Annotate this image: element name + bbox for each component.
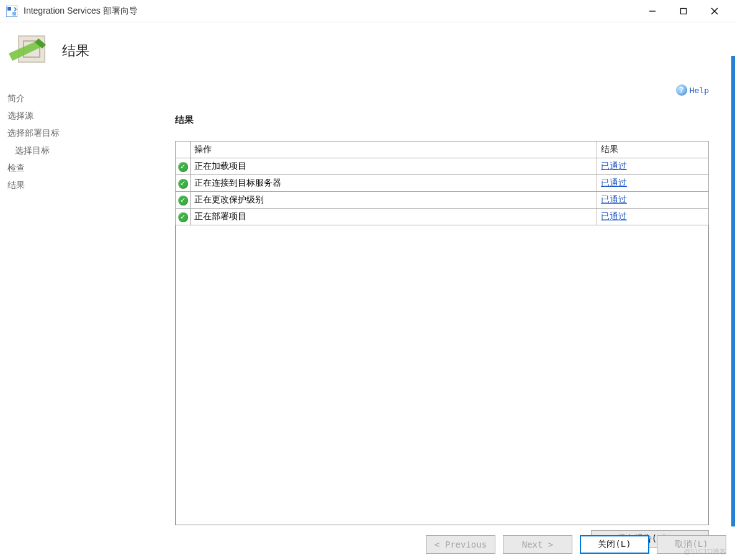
action-cell: 正在连接到目标服务器	[191, 175, 597, 192]
column-header-action: 操作	[191, 142, 597, 158]
next-button: Next >	[503, 535, 572, 554]
column-header-status	[176, 142, 191, 158]
wizard-header: 结果	[0, 22, 735, 84]
action-cell: 正在加载项目	[191, 158, 597, 175]
wizard-header-icon	[9, 32, 51, 70]
help-icon: ?	[676, 84, 687, 96]
wizard-sidebar: 简介 选择源 选择部署目标 选择目标 检查 结果	[0, 84, 161, 525]
svg-rect-1	[7, 7, 11, 11]
success-icon: ✓	[178, 212, 188, 222]
minimize-button[interactable]	[637, 1, 668, 21]
table-row: ✓ 正在更改保护级别 已通过	[176, 192, 709, 209]
nav-results[interactable]: 结果	[7, 176, 156, 194]
help-link[interactable]: ? Help	[676, 84, 709, 96]
result-link[interactable]: 已通过	[601, 211, 627, 221]
table-row: ✓ 正在部署项目 已通过	[176, 209, 709, 225]
success-icon: ✓	[178, 196, 188, 205]
nav-review[interactable]: 检查	[7, 159, 156, 176]
cancel-button: 取消(L)	[657, 535, 726, 554]
wizard-content: ? Help 结果 操作 结果 ✓ 正在加载项目 已通过 ✓	[161, 84, 735, 525]
maximize-button[interactable]	[668, 1, 699, 21]
content-heading: 结果	[175, 114, 709, 126]
close-window-button[interactable]	[699, 1, 730, 21]
result-link[interactable]: 已通过	[601, 161, 627, 171]
wizard-header-title: 结果	[62, 42, 89, 60]
nav-select-source[interactable]: 选择源	[7, 107, 156, 124]
results-empty-area	[175, 225, 709, 525]
window-right-edge	[731, 56, 735, 526]
result-link[interactable]: 已通过	[601, 194, 627, 204]
close-button[interactable]: 关闭(L)	[580, 535, 649, 554]
nav-intro[interactable]: 简介	[7, 89, 156, 107]
success-icon: ✓	[178, 162, 188, 172]
nav-select-target[interactable]: 选择目标	[7, 142, 156, 159]
nav-select-deploy-target[interactable]: 选择部署目标	[7, 124, 156, 142]
result-link[interactable]: 已通过	[601, 178, 627, 187]
previous-button: < Previous	[426, 535, 495, 554]
table-row: ✓ 正在加载项目 已通过	[176, 158, 709, 175]
window-title: Integration Services 部署向导	[24, 6, 637, 17]
success-icon: ✓	[178, 179, 188, 189]
wizard-footer: < Previous Next > 关闭(L) 取消(L)	[426, 535, 726, 554]
titlebar: Integration Services 部署向导	[0, 0, 735, 22]
column-header-result: 结果	[597, 142, 709, 158]
table-header-row: 操作 结果	[176, 142, 709, 158]
action-cell: 正在更改保护级别	[191, 192, 597, 209]
app-icon	[6, 6, 17, 17]
window-controls	[637, 1, 730, 21]
wizard-body: 简介 选择源 选择部署目标 选择目标 检查 结果 ? Help 结果 操作 结果…	[0, 84, 735, 525]
svg-rect-4	[681, 8, 687, 14]
table-row: ✓ 正在连接到目标服务器 已通过	[176, 175, 709, 192]
action-cell: 正在部署项目	[191, 209, 597, 225]
results-table: 操作 结果 ✓ 正在加载项目 已通过 ✓ 正在连接到目标服务器 已通过 ✓ 正在…	[175, 141, 709, 225]
help-label: Help	[690, 86, 709, 95]
svg-rect-2	[12, 12, 16, 16]
